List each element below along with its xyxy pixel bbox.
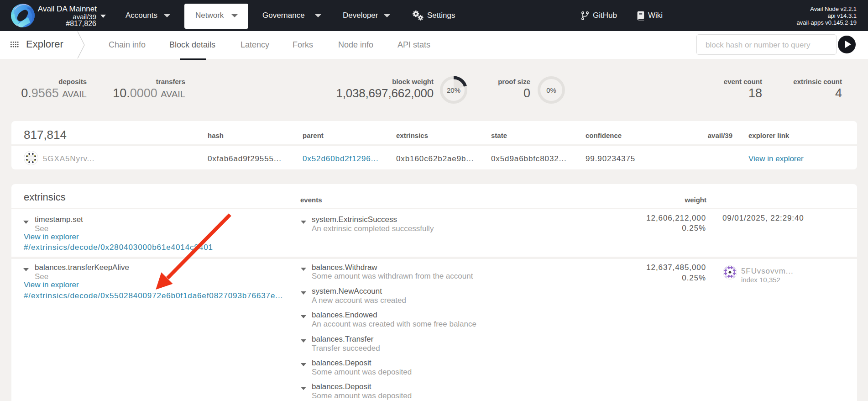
- svg-text:20%: 20%: [447, 86, 460, 94]
- svg-text:0%: 0%: [546, 86, 556, 94]
